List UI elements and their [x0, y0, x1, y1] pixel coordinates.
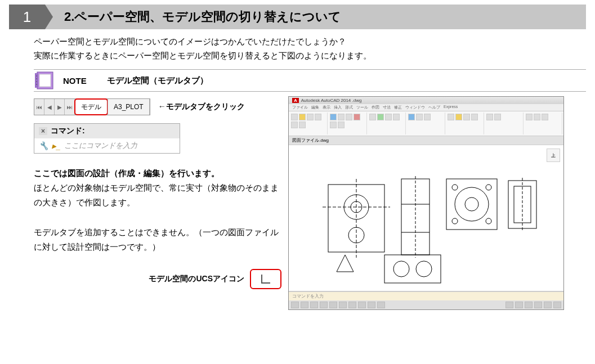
cad-titlebar: A Autodesk AutoCAD 2014 .dwg — [289, 97, 563, 104]
viewcube[interactable]: 上 — [547, 149, 560, 162]
drawing-part — [334, 252, 356, 275]
menu-item[interactable]: ウィンドウ — [405, 105, 425, 110]
svg-point-20 — [486, 218, 491, 224]
cad-ribbon — [289, 111, 563, 136]
menu-item[interactable]: 作図 — [372, 105, 379, 110]
tab-model[interactable]: モデル — [75, 99, 108, 115]
wrench-icon[interactable]: 🔧 — [39, 141, 48, 150]
drawing-part — [505, 178, 539, 231]
ucs-icon-highlight — [250, 269, 281, 289]
svg-point-27 — [416, 261, 432, 277]
tab-nav-prev-icon[interactable]: ◀ — [44, 99, 55, 115]
drawing-part — [444, 176, 500, 232]
section-title: 2.ペーパー空間、モデル空間の切り替えについて — [45, 5, 586, 29]
drawing-part — [399, 176, 432, 258]
drawing-part — [323, 179, 390, 258]
ucs-label: モデル空間のUCSアイコン — [149, 274, 244, 284]
section-header: 1 2.ペーパー空間、モデル空間の切り替えについて — [9, 5, 586, 29]
menu-item[interactable]: 修正 — [394, 105, 402, 110]
svg-point-26 — [393, 261, 409, 277]
note-label: NOTE — [63, 76, 87, 86]
body-title: ここでは図面の設計（作成・編集）を行います。 — [34, 166, 281, 181]
svg-point-17 — [452, 185, 458, 190]
tab-nav-first-icon[interactable]: ⏮ — [34, 99, 44, 115]
command-line-panel: × コマンド: 🔧 ▶_ ここにコマンドを入力 — [34, 123, 180, 154]
ucs-icon — [259, 272, 272, 286]
cad-canvas[interactable]: 上 — [289, 145, 563, 291]
tab-layout-label: A3_PLOT — [114, 103, 144, 111]
notebook-icon — [34, 71, 54, 90]
svg-point-16 — [465, 197, 478, 211]
svg-point-18 — [486, 185, 491, 190]
note-bar: NOTE モデル空間（モデルタブ） — [34, 69, 586, 92]
svg-rect-14 — [446, 179, 497, 230]
cad-doc-tab[interactable]: 図面ファイル.dwg — [289, 136, 563, 145]
close-icon[interactable]: × — [39, 127, 47, 135]
drawing-part — [382, 252, 444, 286]
section-number: 1 — [9, 5, 45, 29]
svg-point-15 — [455, 187, 489, 221]
autocad-window: A Autodesk AutoCAD 2014 .dwg ファイル 編集 表示 … — [288, 96, 564, 310]
prompt-icon: ▶_ — [52, 142, 61, 150]
menu-item[interactable]: 表示 — [323, 105, 330, 110]
menu-item[interactable]: 形式 — [345, 105, 353, 110]
svg-rect-3 — [39, 74, 51, 87]
tab-layout[interactable]: A3_PLOT — [108, 99, 150, 115]
intro-paragraph: ペーパー空間とモデル空間についてのイメージはつかんでいただけたでしょうか？ 実際… — [34, 35, 561, 62]
cad-title-text: Autodesk AutoCAD 2014 .dwg — [301, 98, 362, 103]
menu-item[interactable]: ファイル — [292, 105, 308, 110]
menu-item[interactable]: ヘルプ — [428, 105, 440, 110]
cad-command-line[interactable]: コマンドを入力 — [289, 291, 563, 300]
svg-marker-24 — [337, 255, 354, 272]
body-p1: ほとんどの対象物はモデル空間で、常に実寸（対象物のそのままの大きさ）で作図します… — [34, 181, 281, 210]
menu-item[interactable]: 挿入 — [334, 105, 342, 110]
tab-caption: ←モデルタブをクリック — [158, 102, 245, 112]
command-input[interactable]: ここにコマンドを入力 — [64, 141, 137, 151]
body-text: ここでは図面の設計（作成・編集）を行います。 ほとんどの対象物はモデル空間で、常… — [34, 166, 281, 254]
command-label: コマンド: — [51, 126, 85, 136]
app-logo-icon: A — [292, 98, 299, 103]
svg-rect-1 — [35, 73, 38, 88]
svg-point-19 — [452, 218, 458, 224]
tab-nav-last-icon[interactable]: ⏭ — [65, 99, 75, 115]
layout-tab-strip: ⏮ ◀ ▶ ⏭ モデル A3_PLOT — [34, 98, 150, 115]
intro-line-1: ペーパー空間とモデル空間についてのイメージはつかんでいただけたでしょうか？ — [34, 35, 561, 49]
cad-menu-bar: ファイル 編集 表示 挿入 形式 ツール 作図 寸法 修正 ウィンドウ ヘルプ … — [289, 104, 563, 111]
note-text: モデル空間（モデルタブ） — [107, 75, 208, 86]
menu-item[interactable]: 寸法 — [383, 105, 391, 110]
menu-item[interactable]: 編集 — [311, 105, 319, 110]
menu-item[interactable]: ツール — [356, 105, 368, 110]
menu-item[interactable]: Express — [444, 105, 458, 110]
intro-line-2: 実際に作業するときにペーパー空間とモデル空間を切り替えると下図のようになります。 — [34, 49, 561, 63]
tab-model-label: モデル — [81, 102, 101, 112]
body-p2: モデルタブを追加することはできません。（一つの図面ファイルに対して設計空間は一つ… — [34, 225, 281, 254]
cad-status-bar — [289, 300, 563, 309]
tab-nav-next-icon[interactable]: ▶ — [55, 99, 65, 115]
svg-rect-25 — [384, 255, 441, 283]
